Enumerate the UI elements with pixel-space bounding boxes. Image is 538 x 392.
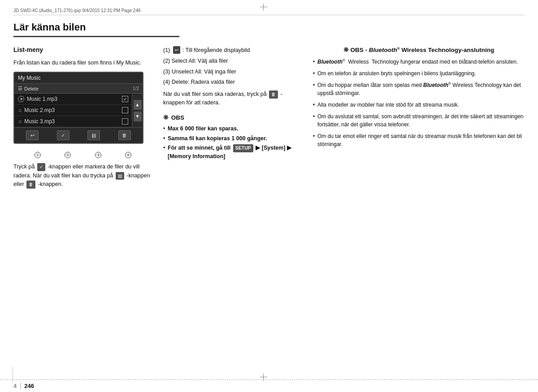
circle-4: ④ xyxy=(125,152,131,158)
music-name-2: Music 2.mp3 xyxy=(24,107,55,113)
delete-small-icon: ☰ xyxy=(18,86,22,91)
check-icon-3 xyxy=(122,118,128,125)
music-ui-title-row: My Music xyxy=(18,75,41,81)
circle-2: ② xyxy=(65,152,71,158)
obs-bt-item-6: Om du tar emot eller ringer ett samtal n… xyxy=(313,132,525,148)
obs-bt-item-2: Om en telefon är ansluten bryts spelning… xyxy=(313,69,525,78)
num-list: (1) ↩ : Till föregående displaybild (2) … xyxy=(163,46,302,86)
circle-nums-row: ① ② ③ ④ xyxy=(13,150,152,163)
music-ui-header: My Music xyxy=(14,73,143,84)
obs-list: Max 6 000 filer kan sparas. Samma fil ka… xyxy=(163,125,302,161)
toolbar-back: ↩ xyxy=(26,130,39,140)
num-item-4: (4) Delete: Radera valda filer xyxy=(163,78,302,86)
left-para1: Från listan kan du radera filer som finn… xyxy=(13,59,152,67)
trash-btn-inline: 🗑 xyxy=(26,181,35,189)
music-player-ui: My Music ☰ Delete 1/2 xyxy=(13,72,143,144)
scroll-down-arrow[interactable]: ▼ xyxy=(134,112,142,121)
obs-bt-item-1: Bluetooth® Wireless Technology fungerar … xyxy=(313,58,525,66)
delete-button[interactable]: 🗑 xyxy=(118,130,131,140)
col-middle: (1) ↩ : Till föregående displaybild (2) … xyxy=(163,46,302,194)
check-button[interactable]: ✓ xyxy=(57,130,69,140)
music-title: My Music xyxy=(18,75,41,81)
obs-item-3: För att se minnet, gå till SETUP ▶ [Syst… xyxy=(163,144,302,161)
num-item-3: (3) Unselect All: Välj inga filer xyxy=(163,68,302,76)
music-item-2: ♫ Music 2.mp3 xyxy=(14,105,132,116)
subsection-heading: List-meny xyxy=(13,46,152,53)
music-name-1: Music 1.mp3 xyxy=(27,96,57,102)
obs-heading: ❊ OBS xyxy=(163,114,302,121)
check-icon-1 xyxy=(122,96,128,102)
obs-bt-list: Bluetooth® Wireless Technology fungerar … xyxy=(313,58,525,148)
num-item-2: (2) Select All: Välj alla filer xyxy=(163,57,302,65)
music-items-with-scroll: Music 1.mp3 ♫ Music 2.mp3 xyxy=(14,94,143,127)
toolbar-delete: 🗑 xyxy=(118,130,131,140)
note-text: När du valt filer som ska raderas, tryck… xyxy=(163,90,302,108)
main-columns: List-meny Från listan kan du radera file… xyxy=(13,46,525,194)
obs-bt-item-3: Om du hoppar mellan låtar som spelas med… xyxy=(313,81,525,97)
circle-3: ③ xyxy=(95,152,101,158)
footer-section: 4 xyxy=(13,383,21,389)
header-text: JD SWD-4C (Audio_171-276).qxp 9/4/2015 1… xyxy=(13,8,141,13)
check-btn-inline: ✓ xyxy=(37,163,45,171)
delete-label: ☰ Delete xyxy=(18,86,39,91)
toolbar-list: ▤ xyxy=(87,130,100,140)
music-item-1: Music 1.mp3 xyxy=(14,94,132,105)
circle-1: ① xyxy=(35,152,41,158)
num-item-1: (1) ↩ : Till föregående displaybild xyxy=(163,46,302,55)
left-para2: Tryck på ✓ -knappen eller markera de fil… xyxy=(13,163,152,189)
obs-bt-item-5: Om du avslutat ett samtal, som avbrutit … xyxy=(313,112,525,129)
footer-num: 4 246 xyxy=(13,383,34,389)
trash-note-btn: 🗑 xyxy=(269,90,278,99)
obs-item-2: Samma fil kan kopieras 1 000 gånger. xyxy=(163,134,302,143)
play-icon-1 xyxy=(18,96,24,102)
music-items-list: Music 1.mp3 ♫ Music 2.mp3 xyxy=(14,94,132,127)
obs-bt-item-4: Alla modeller av mobiler har inte stöd f… xyxy=(313,101,525,109)
music-name-3: Music 3.mp3 xyxy=(24,118,55,125)
page-indicator: 1/2 xyxy=(133,86,139,91)
obs-bt-heading: ❊ OBS - Bluetooth® Wireless Technology-a… xyxy=(313,46,525,53)
col-right: ❊ OBS - Bluetooth® Wireless Technology-a… xyxy=(313,46,525,194)
check-icon-2 xyxy=(122,107,128,113)
music-item-3: ♫ Music 3.mp3 xyxy=(14,116,132,127)
obs-bt-star: ❊ xyxy=(343,47,349,53)
setup-btn: SETUP xyxy=(233,144,253,152)
toolbar-check: ✓ xyxy=(57,130,69,140)
back-arrow-btn: ↩ xyxy=(173,46,180,54)
scroll-up-arrow[interactable]: ▲ xyxy=(134,100,142,110)
music-note-icon-3: ♫ xyxy=(18,119,22,124)
footer-page: 246 xyxy=(24,383,34,389)
footer: 4 246 xyxy=(0,379,538,392)
cross-mark-top xyxy=(260,4,267,11)
obs-item-1: Max 6 000 filer kan sparas. xyxy=(163,125,302,133)
obs-star: ❊ xyxy=(163,114,169,121)
page-wrapper: JD SWD-4C (Audio_171-276).qxp 9/4/2015 1… xyxy=(0,0,538,392)
scroll-arrows: ▲ ▼ xyxy=(132,94,143,127)
music-ui-toolbar: ↩ ✓ ▤ 🗑 xyxy=(14,127,143,143)
list-btn-inline: ▤ xyxy=(116,172,124,180)
bluetooth-brand: Bluetooth xyxy=(369,47,397,53)
section-title: Lär känna bilen xyxy=(13,22,179,37)
list-button[interactable]: ▤ xyxy=(87,130,100,140)
music-note-icon-2: ♫ xyxy=(18,108,22,113)
col-left: List-meny Från listan kan du radera file… xyxy=(13,46,152,194)
page-header: JD SWD-4C (Audio_171-276).qxp 9/4/2015 1… xyxy=(13,8,525,15)
back-button[interactable]: ↩ xyxy=(26,130,39,140)
